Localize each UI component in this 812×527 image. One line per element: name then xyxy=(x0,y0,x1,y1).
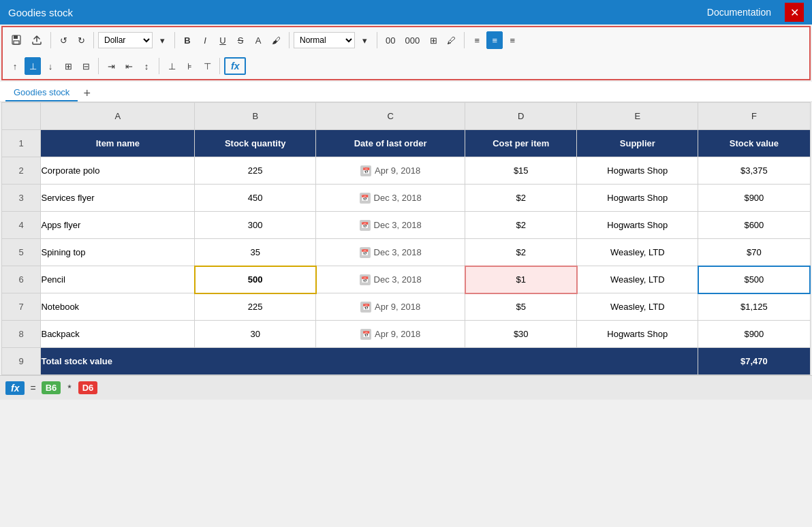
cell-e6[interactable]: Weasley, LTD xyxy=(577,266,698,293)
svg-rect-1 xyxy=(14,35,18,39)
cell-b1[interactable]: Stock quantity xyxy=(195,130,316,157)
cell-a9[interactable]: Total stock value xyxy=(41,348,698,375)
highlight-button[interactable]: 🖌 xyxy=(268,31,285,49)
cell-b5[interactable]: 35 xyxy=(195,239,316,266)
cell-d7[interactable]: $5 xyxy=(465,293,577,321)
save-button[interactable] xyxy=(7,31,26,49)
format-num-btn[interactable]: 00 xyxy=(381,31,399,49)
cell-e5[interactable]: Weasley, LTD xyxy=(577,239,698,266)
col-header-c[interactable]: C xyxy=(316,103,465,130)
col-header-b[interactable]: B xyxy=(195,103,316,130)
active-sheet-tab[interactable]: Goodies stock xyxy=(5,84,78,101)
cell-c5[interactable]: 📅Dec 3, 2018 xyxy=(316,239,465,266)
borders-button[interactable]: ⊞ xyxy=(425,31,441,49)
cell-d1[interactable]: Cost per item xyxy=(465,130,577,157)
cell-d3[interactable]: $2 xyxy=(465,185,577,212)
documentation-link[interactable]: Documentation xyxy=(707,7,771,18)
add-sheet-button[interactable]: + xyxy=(80,87,93,99)
cell-c1[interactable]: Date of last order xyxy=(316,130,465,157)
cell-c4[interactable]: 📅Dec 3, 2018 xyxy=(316,212,465,239)
date-text-c8: Apr 9, 2018 xyxy=(375,329,420,339)
divider-8 xyxy=(159,58,159,74)
undo-button[interactable]: ↺ xyxy=(55,31,72,49)
col-header-f[interactable]: F xyxy=(698,103,810,130)
style-selector[interactable]: Normal xyxy=(294,32,355,48)
redo-button[interactable]: ↻ xyxy=(73,31,89,49)
fx-button[interactable]: fx xyxy=(224,57,246,75)
cell-f6[interactable]: $500 xyxy=(698,266,810,293)
cell-a8[interactable]: Backpack xyxy=(41,321,195,348)
align-left-btn[interactable]: ≡ xyxy=(469,31,485,49)
close-button[interactable]: ✕ xyxy=(785,3,804,22)
cell-f1[interactable]: Stock value xyxy=(698,130,810,157)
cell-a2[interactable]: Corporate polo xyxy=(41,157,195,185)
cell-a4[interactable]: Apps flyer xyxy=(41,212,195,239)
font-color-button[interactable]: A xyxy=(250,31,266,49)
cell-c6[interactable]: 📅Dec 3, 2018 xyxy=(316,266,465,293)
row-number-3: 3 xyxy=(2,185,41,212)
strikethrough-button[interactable]: S xyxy=(232,31,249,49)
merge-btn[interactable]: ⊞ xyxy=(60,57,76,75)
col-header-a[interactable]: A xyxy=(41,103,195,130)
insert-row-btn[interactable]: ⊥ xyxy=(25,57,41,75)
font-dropdown-btn[interactable]: ▾ xyxy=(154,31,170,49)
cell-c7[interactable]: 📅Apr 9, 2018 xyxy=(316,293,465,321)
cell-f9[interactable]: $7,470 xyxy=(698,348,810,375)
cell-e2[interactable]: Hogwarts Shop xyxy=(577,157,698,185)
cell-f2[interactable]: $3,375 xyxy=(698,157,810,185)
outdent-btn[interactable]: ⇤ xyxy=(121,57,137,75)
cell-f8[interactable]: $900 xyxy=(698,321,810,348)
cell-d5[interactable]: $2 xyxy=(465,239,577,266)
eraser-button[interactable]: 🖊 xyxy=(443,31,460,49)
cell-b2[interactable]: 225 xyxy=(195,157,316,185)
cell-d2[interactable]: $15 xyxy=(465,157,577,185)
insert-col-right-btn[interactable]: ↓ xyxy=(42,57,59,75)
cell-b7[interactable]: 225 xyxy=(195,293,316,321)
split-btn[interactable]: ⊟ xyxy=(78,57,94,75)
cell-b3[interactable]: 450 xyxy=(195,185,316,212)
chart-row-btn[interactable]: ⊥ xyxy=(163,57,180,75)
cell-a3[interactable]: Services flyer xyxy=(41,185,195,212)
cell-c2[interactable]: 📅Apr 9, 2018 xyxy=(316,157,465,185)
col-header-e[interactable]: E xyxy=(577,103,698,130)
indent-btn[interactable]: ⇥ xyxy=(103,57,119,75)
align-center-btn[interactable]: ≡ xyxy=(486,31,503,49)
insert-col-left-btn[interactable]: ↑ xyxy=(7,57,23,75)
cell-c3[interactable]: 📅Dec 3, 2018 xyxy=(316,185,465,212)
italic-button[interactable]: I xyxy=(197,31,213,49)
cell-e3[interactable]: Hogwarts Shop xyxy=(577,185,698,212)
cell-f3[interactable]: $900 xyxy=(698,185,810,212)
cell-d6[interactable]: $1 xyxy=(465,266,577,293)
spreadsheet-container: A B C D E F 1Item nameStock quantityDate… xyxy=(1,102,811,375)
sort-btn[interactable]: ↕ xyxy=(138,57,155,75)
bold-button[interactable]: B xyxy=(179,31,196,49)
col-header-d[interactable]: D xyxy=(465,103,577,130)
format-decimal-btn[interactable]: 000 xyxy=(401,31,424,49)
cell-a7[interactable]: Notebook xyxy=(41,293,195,321)
cell-a5[interactable]: Spining top xyxy=(41,239,195,266)
cell-b4[interactable]: 300 xyxy=(195,212,316,239)
chart-bar-btn[interactable]: ⊤ xyxy=(199,57,215,75)
cell-e7[interactable]: Weasley, LTD xyxy=(577,293,698,321)
cell-e8[interactable]: Hogwarts Shop xyxy=(577,321,698,348)
cell-b6[interactable]: 500 xyxy=(195,266,316,293)
cell-a1[interactable]: Item name xyxy=(41,130,195,157)
chart-col-btn[interactable]: ⊧ xyxy=(181,57,198,75)
share-button[interactable] xyxy=(27,31,46,49)
align-right-btn[interactable]: ≡ xyxy=(504,31,520,49)
font-selector[interactable]: Dollar xyxy=(98,32,153,48)
underline-button[interactable]: U xyxy=(215,31,231,49)
table-row: 8Backpack30📅Apr 9, 2018$30Hogwarts Shop$… xyxy=(2,321,811,348)
title-bar-right: Documentation ✕ xyxy=(707,3,804,22)
cell-e1[interactable]: Supplier xyxy=(577,130,698,157)
cell-f7[interactable]: $1,125 xyxy=(698,293,810,321)
cell-b8[interactable]: 30 xyxy=(195,321,316,348)
style-dropdown-btn[interactable]: ▾ xyxy=(356,31,373,49)
cell-f5[interactable]: $70 xyxy=(698,239,810,266)
cell-f4[interactable]: $600 xyxy=(698,212,810,239)
cell-a6[interactable]: Pencil xyxy=(41,266,195,293)
cell-d4[interactable]: $2 xyxy=(465,212,577,239)
cell-e4[interactable]: Hogwarts Shop xyxy=(577,212,698,239)
cell-d8[interactable]: $30 xyxy=(465,321,577,348)
cell-c8[interactable]: 📅Apr 9, 2018 xyxy=(316,321,465,348)
